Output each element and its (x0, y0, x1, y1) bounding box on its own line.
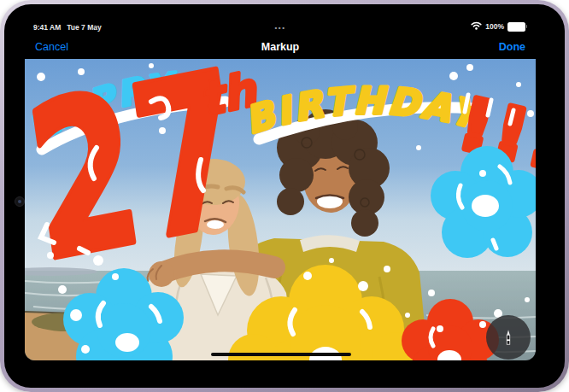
pen-tool-button[interactable] (486, 315, 531, 360)
pen-tool-icon (499, 328, 518, 347)
wifi-icon (471, 21, 482, 32)
screen: 9:41 AM Tue 7 May ••• 100% (25, 15, 536, 360)
markup-toolbar: Cancel Markup Done (25, 35, 536, 59)
multitask-dots-icon: ••• (25, 24, 536, 32)
screenshot: 9:41 AM Tue 7 May ••• 100% (0, 0, 569, 392)
done-button[interactable]: Done (499, 41, 525, 53)
photo-editor-canvas[interactable]: HAPPY 27 (25, 59, 536, 360)
device-bezel: 9:41 AM Tue 7 May ••• 100% (4, 4, 565, 388)
battery-icon (507, 22, 527, 32)
photo-canvas-svg[interactable]: HAPPY 27 (25, 59, 536, 360)
status-bar: 9:41 AM Tue 7 May ••• 100% (25, 15, 536, 35)
page-title: Markup (25, 41, 536, 53)
battery-percent: 100% (485, 22, 504, 31)
ipad-device: 9:41 AM Tue 7 May ••• 100% (0, 0, 569, 392)
front-camera (15, 196, 25, 207)
home-indicator[interactable] (211, 353, 351, 356)
